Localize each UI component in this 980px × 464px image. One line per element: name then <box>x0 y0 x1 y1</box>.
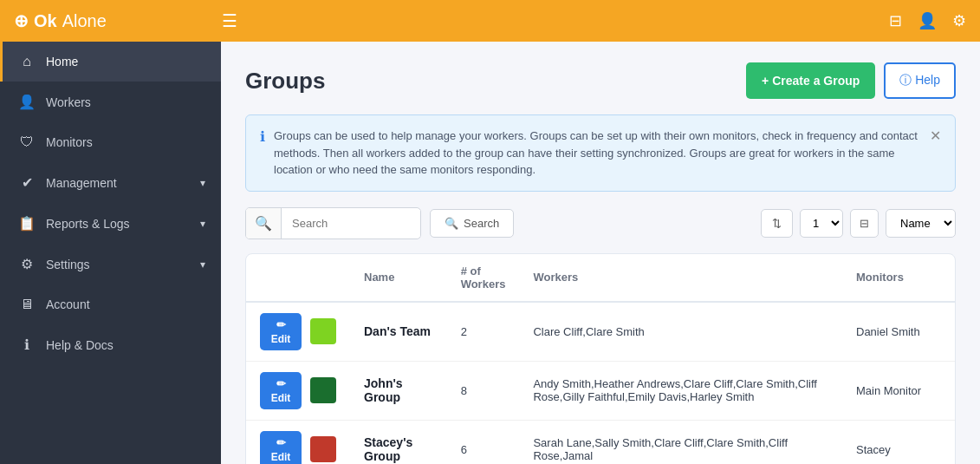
help-button[interactable]: ⓘ Help <box>884 62 956 99</box>
col-name: Name <box>350 254 447 302</box>
page-title: Groups <box>245 68 325 95</box>
pencil-icon: ✏ <box>276 318 286 331</box>
row-workers: Andy Smith,Heather Andrews,Clare Cliff,C… <box>519 361 842 420</box>
row-monitors: Main Monitor <box>842 361 955 420</box>
edit-button[interactable]: ✏ Edit <box>260 313 302 350</box>
search-icon-box: 🔍 <box>246 208 282 239</box>
pencil-icon: ✏ <box>276 377 286 390</box>
row-name: John's Group <box>350 361 447 420</box>
main-content: Groups + Create a Group ⓘ Help ℹ Groups … <box>221 42 980 464</box>
close-banner-button[interactable]: ✕ <box>930 127 941 144</box>
management-icon: ✔ <box>18 174 36 191</box>
question-icon[interactable]: ⊟ <box>889 11 902 30</box>
pencil-icon: ✏ <box>276 436 286 449</box>
row-num-workers: 8 <box>447 361 520 420</box>
row-workers: Sarah Lane,Sally Smith,Clare Cliff,Clare… <box>519 420 842 464</box>
edit-label: Edit <box>271 333 291 345</box>
row-num-workers: 6 <box>447 420 520 464</box>
col-actions <box>246 254 350 302</box>
sidebar: ⌂ Home 👤 Workers 🛡 Monitors ✔ Management… <box>0 42 221 464</box>
edit-button[interactable]: ✏ Edit <box>260 431 302 465</box>
info-banner-text: Groups can be used to help manage your w… <box>274 127 921 179</box>
search-button[interactable]: 🔍 Search <box>430 209 514 238</box>
sidebar-item-monitors[interactable]: 🛡 Monitors <box>0 122 221 162</box>
table-row: ✏ Edit Dan's Team 2 Clare Cliff,Clare Sm… <box>246 302 955 362</box>
row-name: Stacey's Group <box>350 420 447 464</box>
row-edit-color: ✏ Edit <box>246 420 350 464</box>
col-monitors: Monitors <box>842 254 955 302</box>
color-swatch <box>310 318 336 344</box>
row-monitors: Stacey <box>842 420 955 464</box>
hamburger-icon[interactable]: ☰ <box>222 10 237 31</box>
sidebar-item-reports-logs[interactable]: 📋 Reports & Logs ▾ <box>0 203 221 244</box>
sort-name-select[interactable]: Name Date <box>886 209 956 238</box>
sidebar-item-help-docs[interactable]: ℹ Help & Docs <box>0 324 221 365</box>
info-icon: ℹ <box>260 128 265 145</box>
sidebar-item-home-label: Home <box>46 55 205 69</box>
page-select[interactable]: 1 2 5 <box>800 209 843 238</box>
row-edit-color: ✏ Edit <box>246 302 350 362</box>
create-group-button[interactable]: + Create a Group <box>746 62 875 99</box>
sidebar-item-management[interactable]: ✔ Management ▾ <box>0 162 221 203</box>
search-btn-icon: 🔍 <box>445 217 458 230</box>
reports-icon: 📋 <box>18 215 36 232</box>
home-icon: ⌂ <box>18 54 36 69</box>
filter-icon-button[interactable]: ⊟ <box>850 209 879 238</box>
topbar-actions: ⊟ 👤 ⚙ <box>889 11 966 30</box>
table-header-row: Name # ofWorkers Workers Monitors <box>246 254 955 302</box>
sidebar-item-account-label: Account <box>46 297 205 311</box>
sidebar-item-management-label: Management <box>46 176 190 190</box>
edit-label: Edit <box>271 392 291 404</box>
chevron-down-settings-icon: ▾ <box>200 258 205 271</box>
groups-table: Name # ofWorkers Workers Monitors ✏ Edit… <box>245 253 956 465</box>
user-icon[interactable]: 👤 <box>918 11 937 30</box>
edit-button[interactable]: ✏ Edit <box>260 372 302 409</box>
row-workers: Clare Cliff,Clare Smith <box>519 302 842 362</box>
logo-alone: Alone <box>62 11 107 31</box>
search-input[interactable] <box>282 210 420 237</box>
sidebar-item-settings[interactable]: ⚙ Settings ▾ <box>0 244 221 284</box>
sidebar-item-account[interactable]: 🖥 Account <box>0 284 221 324</box>
filter-icon: ⊟ <box>860 217 869 230</box>
help-icon: ℹ <box>18 337 36 353</box>
logo: ⊕ Ok Alone <box>14 10 222 31</box>
sort-icon: ⇅ <box>772 217 782 230</box>
pin-icon: ⊕ <box>14 10 29 31</box>
sidebar-item-workers[interactable]: 👤 Workers <box>0 82 221 122</box>
row-monitors: Daniel Smith <box>842 302 955 362</box>
search-wrapper: 🔍 <box>245 207 421 239</box>
sidebar-item-home[interactable]: ⌂ Home <box>0 42 221 82</box>
monitors-icon: 🛡 <box>18 134 36 150</box>
col-workers: Workers <box>519 254 842 302</box>
search-icon: 🔍 <box>255 216 272 231</box>
logo-ok: Ok <box>34 11 57 31</box>
chevron-down-icon: ▾ <box>200 177 205 189</box>
filter-right: ⇅ 1 2 5 ⊟ Name Date <box>761 209 956 238</box>
sidebar-item-reports-label: Reports & Logs <box>46 217 190 231</box>
topbar: ⊕ Ok Alone ☰ ⊟ 👤 ⚙ <box>0 0 980 42</box>
sort-button[interactable]: ⇅ <box>761 209 793 238</box>
sidebar-item-monitors-label: Monitors <box>46 135 205 149</box>
row-edit-color: ✏ Edit <box>246 361 350 420</box>
filter-bar: 🔍 🔍 Search ⇅ 1 2 5 ⊟ Name Date <box>245 207 956 239</box>
gear-icon: ⚙ <box>18 256 36 272</box>
page-header: Groups + Create a Group ⓘ Help <box>245 62 956 99</box>
header-actions: + Create a Group ⓘ Help <box>746 62 956 99</box>
sidebar-item-workers-label: Workers <box>46 95 205 109</box>
sidebar-item-help-label: Help & Docs <box>46 338 205 352</box>
color-swatch <box>310 377 336 403</box>
table-row: ✏ Edit Stacey's Group 6 Sarah Lane,Sally… <box>246 420 955 464</box>
settings-sliders-icon[interactable]: ⚙ <box>952 11 966 30</box>
row-num-workers: 2 <box>447 302 520 362</box>
workers-icon: 👤 <box>18 94 36 110</box>
row-name: Dan's Team <box>350 302 447 362</box>
edit-label: Edit <box>271 451 291 463</box>
color-swatch <box>310 436 336 462</box>
search-btn-label: Search <box>464 217 499 230</box>
col-num-workers: # ofWorkers <box>447 254 520 302</box>
account-icon: 🖥 <box>18 297 36 312</box>
sidebar-item-settings-label: Settings <box>46 258 190 271</box>
info-banner: ℹ Groups can be used to help manage your… <box>245 114 956 192</box>
chevron-down-reports-icon: ▾ <box>200 218 205 230</box>
table-row: ✏ Edit John's Group 8 Andy Smith,Heather… <box>246 361 955 420</box>
